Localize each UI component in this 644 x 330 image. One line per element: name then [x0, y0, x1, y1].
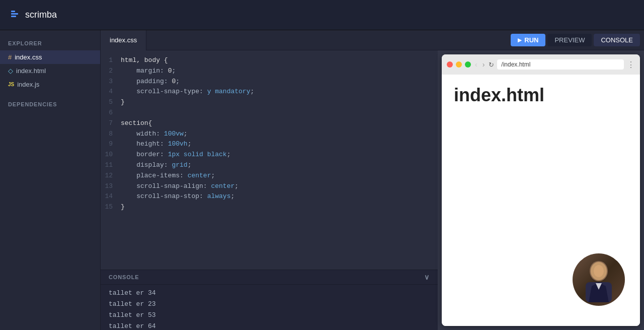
preview-button[interactable]: PREVIEW	[547, 34, 592, 46]
svg-point-6	[594, 265, 604, 277]
logo-area: scrimba	[10, 8, 57, 22]
run-button[interactable]: ▶ RUN	[511, 34, 545, 46]
console-panel: CONSOLE ∨ tallet er 34 tallet er 23 tall…	[101, 270, 438, 330]
avatar	[571, 252, 626, 307]
run-label: RUN	[524, 36, 538, 44]
preview-toolbar: ▶ RUN PREVIEW CONSOLE	[438, 30, 644, 50]
code-line-6: 6	[101, 108, 438, 118]
topbar: scrimba	[0, 0, 644, 30]
main-layout: EXPLORER # index.css ◇ index.html JS ind…	[0, 30, 644, 330]
sidebar-item-index-html[interactable]: ◇ index.html	[0, 64, 100, 78]
code-line-7: 7 section{	[101, 118, 438, 129]
explorer-label: EXPLORER	[0, 38, 100, 50]
svg-rect-0	[11, 11, 15, 12]
svg-rect-2	[11, 16, 16, 17]
code-line-11: 11 display: grid;	[101, 160, 438, 171]
code-editor[interactable]: 1 html, body { 2 margin: 0; 3 padding: 0…	[101, 50, 438, 270]
avatar-name: Andreas Nguyen	[569, 311, 629, 320]
html-icon: ◇	[8, 67, 13, 75]
browser-more-icon[interactable]: ⋮	[627, 60, 635, 70]
css-icon: #	[8, 53, 12, 61]
refresh-icon[interactable]: ↻	[489, 61, 494, 69]
code-line-2: 2 margin: 0;	[101, 66, 438, 77]
sidebar-item-label-js: index.js	[17, 81, 39, 88]
sidebar-item-index-css[interactable]: # index.css	[0, 50, 100, 64]
browser-chrome: ‹ › ↻ ⋮	[442, 54, 640, 75]
code-line-8: 8 width: 100vw;	[101, 129, 438, 140]
forward-icon[interactable]: ›	[481, 60, 486, 69]
console-button[interactable]: CONSOLE	[594, 34, 640, 46]
js-icon: JS	[8, 82, 14, 87]
back-icon[interactable]: ‹	[474, 60, 478, 69]
code-line-15: 15 }	[101, 202, 438, 213]
editor-area: index.css 1 html, body { 2 margin: 0; 3 …	[101, 30, 438, 330]
play-icon: ▶	[518, 37, 522, 43]
chevron-down-icon[interactable]: ∨	[424, 273, 430, 281]
preview-page-title: index.html	[454, 85, 544, 106]
avatar-image	[573, 253, 625, 306]
code-line-5: 5 }	[101, 97, 438, 108]
console-output: tallet er 34 tallet er 23 tallet er 53 t…	[101, 285, 438, 330]
sidebar-item-label-html: index.html	[16, 67, 46, 75]
sidebar: EXPLORER # index.css ◇ index.html JS ind…	[0, 30, 101, 330]
dependencies-label: DEPENDENCIES	[0, 99, 100, 111]
code-line-12: 12 place-items: center;	[101, 171, 438, 181]
sidebar-item-index-js[interactable]: JS index.js	[0, 78, 100, 91]
svg-rect-1	[11, 13, 18, 15]
console-line-4: tallet er 64	[109, 321, 430, 330]
console-line-3: tallet er 53	[109, 310, 430, 321]
console-line-1: tallet er 34	[109, 288, 430, 299]
sidebar-item-label-css: index.css	[15, 53, 42, 61]
code-line-10: 10 border: 1px solid black;	[101, 150, 438, 160]
code-line-14: 14 scroll-snap-stop: always;	[101, 191, 438, 202]
console-header: CONSOLE ∨	[101, 270, 438, 285]
browser-url-input[interactable]	[497, 59, 624, 70]
code-line-13: 13 scroll-snap-align: center;	[101, 181, 438, 192]
code-line-4: 4 scroll-snap-type: y mandatory;	[101, 87, 438, 97]
editor-tabs: index.css	[101, 30, 438, 50]
code-line-3: 3 padding: 0;	[101, 77, 438, 87]
browser-dot-yellow[interactable]	[456, 61, 462, 68]
logo-icon	[10, 8, 21, 22]
editor-tab-index-css[interactable]: index.css	[101, 30, 146, 50]
code-line-1: 1 html, body {	[101, 55, 438, 66]
code-line-9: 9 height: 100vh;	[101, 139, 438, 150]
browser-dot-green[interactable]	[465, 61, 471, 68]
console-label: CONSOLE	[109, 274, 139, 280]
logo-text: scrimba	[25, 10, 57, 20]
avatar-area: Andreas Nguyen	[569, 252, 629, 320]
browser-dot-red[interactable]	[447, 61, 453, 68]
console-line-2: tallet er 23	[109, 299, 430, 310]
